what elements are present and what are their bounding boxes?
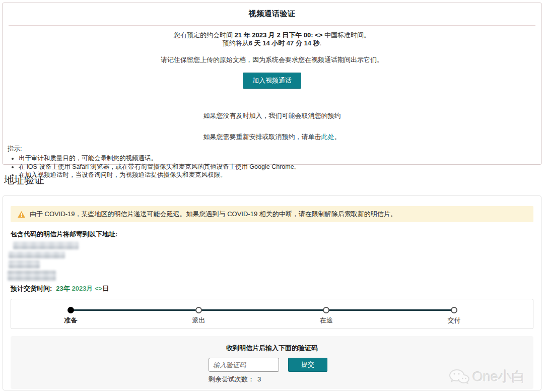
instruction-item: 出于审计和质量目的，可能会录制您的视频通话。	[19, 155, 536, 163]
step-in-transit: 在途	[323, 307, 329, 325]
eta-day-placeholder: <>	[95, 285, 102, 292]
estimated-delivery-line: 预计交货时间:23年 2023月 <>日	[11, 284, 533, 293]
reschedule-here-link[interactable]: 此处	[321, 133, 334, 141]
verification-code-input[interactable]	[209, 358, 279, 372]
redacted-address-line	[9, 251, 65, 258]
address-verification-card: 由于 COVID-19，某些地区的明信片递送可能会延迟。如果您遇到与 COVID…	[3, 195, 541, 390]
step-dot-icon	[195, 307, 202, 313]
covid-warning-banner: 由于 COVID-19，某些地区的明信片递送可能会延迟。如果您遇到与 COVID…	[11, 206, 533, 222]
watermark-text: One小白	[472, 368, 525, 386]
appointment-prefix: 您有预定的约会时间	[174, 31, 235, 39]
step-dot-filled-icon	[67, 307, 74, 313]
eta-month: 2023月	[72, 285, 93, 292]
eta-year: 23年	[56, 285, 70, 292]
step-label: 准备	[64, 316, 78, 325]
watermark: One小白	[448, 368, 525, 386]
countdown-line: 预约将从6 天 14 小时 47 分 14 秒.	[8, 39, 536, 47]
delivery-stepper: 准备 派出 在途 交付	[67, 307, 457, 325]
attempts-remaining-line: 剩余尝试次数：3	[209, 375, 335, 384]
no-join-warning: 如果您没有及时加入，我们可能会取消您的预约	[8, 112, 536, 120]
countdown-suffix: .	[320, 39, 322, 47]
countdown-prefix: 预约将从	[223, 39, 249, 47]
step-dot-icon	[451, 307, 457, 313]
eta-day-suffix: 日	[102, 285, 109, 292]
redacted-address-line	[8, 271, 56, 281]
reschedule-suffix: 。	[334, 133, 341, 141]
redacted-address	[11, 242, 533, 281]
appointment-suffix: 中国标准时间。	[322, 31, 370, 39]
step-label: 交付	[447, 316, 460, 325]
step-prepare: 准备	[67, 307, 74, 325]
step-delivered: 交付	[451, 307, 457, 325]
wechat-icon	[448, 368, 469, 386]
step-label: 派出	[192, 316, 205, 325]
video-call-verification-card: 视频通话验证 您有预定的约会时间 21 年 2023 月 2 日下午 00: <…	[2, 3, 542, 165]
redacted-address-line	[9, 260, 40, 269]
title-divider	[9, 25, 535, 26]
submit-code-button[interactable]: 提交	[288, 358, 327, 372]
warning-triangle-icon	[18, 211, 25, 218]
postcard-address-label: 包含代码的明信片将邮寄到以下地址:	[11, 230, 533, 239]
appointment-datetime: 21 年 2023 月 2 日下午 00: <>	[235, 31, 323, 39]
instructions-label: 指示:	[8, 145, 536, 153]
delivery-progress-box: 准备 派出 在途 交付	[11, 299, 533, 329]
instruction-item: 在 iOS 设备上使用 Safari 浏览器，或在带有前置摄像头和麦克风的其他设…	[19, 163, 536, 171]
attempts-label: 剩余尝试次数：	[209, 375, 254, 383]
reschedule-line: 如果您需要重新安排或取消预约，请单击此处。	[8, 133, 536, 141]
code-entry-box: 收到明信片后输入下面的验证码 提交 剩余尝试次数：3 One小白	[11, 336, 533, 389]
appointment-line: 您有预定的约会时间 21 年 2023 月 2 日下午 00: <> 中国标准时…	[8, 31, 536, 39]
estimated-delivery-label: 预计交货时间:	[11, 285, 52, 292]
covid-warning-text: 由于 COVID-19，某些地区的明信片递送可能会延迟。如果您遇到与 COVID…	[30, 210, 397, 219]
reschedule-prefix: 如果您需要重新安排或取消预约，请单击	[203, 133, 321, 141]
step-label: 在途	[320, 316, 333, 325]
step-dot-icon	[323, 307, 329, 313]
video-card-title: 视频通话验证	[8, 9, 536, 19]
attempts-count: 3	[257, 375, 261, 383]
join-video-call-button[interactable]: 加入视频通话	[243, 73, 301, 89]
redacted-address-line	[13, 242, 79, 249]
keep-docs-note: 请记住保留您上传的原始文档，因为系统会要求您在视频通话期间出示它们。	[8, 56, 536, 64]
step-dispatched: 派出	[195, 307, 202, 325]
code-entry-heading: 收到明信片后输入下面的验证码	[11, 344, 533, 353]
countdown-duration: 6 天 14 小时 47 分 14 秒	[249, 39, 320, 47]
